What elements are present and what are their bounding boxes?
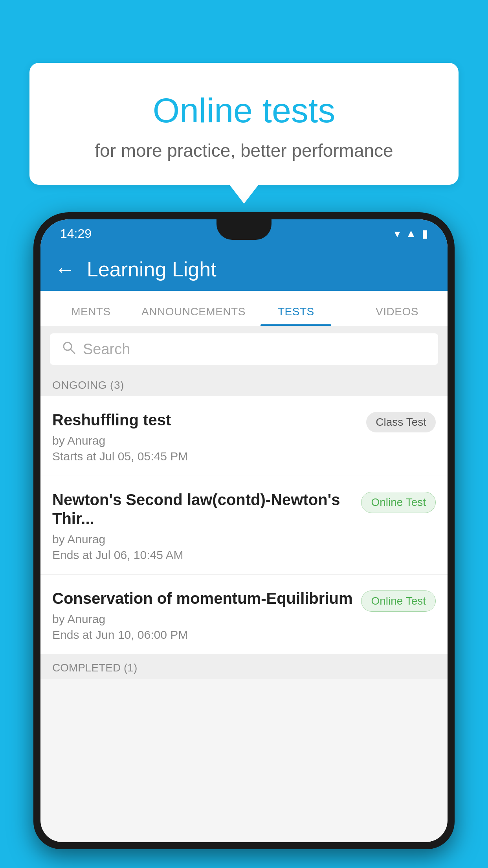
- test-name-3: Conservation of momentum-Equilibrium: [52, 589, 353, 608]
- test-info-3: Conservation of momentum-Equilibrium by …: [52, 589, 353, 642]
- battery-icon: ▮: [422, 227, 428, 240]
- test-badge-1: Class Test: [366, 412, 436, 432]
- bubble-subtitle: for more practice, better performance: [61, 140, 427, 161]
- test-date-1: Starts at Jul 05, 05:45 PM: [52, 450, 358, 463]
- test-name-2: Newton's Second law(contd)-Newton's Thir…: [52, 490, 353, 528]
- test-badge-3: Online Test: [361, 590, 436, 612]
- status-time: 14:29: [60, 226, 92, 241]
- section-header-completed: COMPLETED (1): [40, 655, 448, 679]
- test-info-1: Reshuffling test by Anurag Starts at Jul…: [52, 410, 358, 463]
- tab-announcements[interactable]: ANNOUNCEMENTS: [141, 305, 246, 326]
- speech-bubble-container: Online tests for more practice, better p…: [29, 63, 459, 185]
- back-button[interactable]: ←: [55, 257, 75, 281]
- test-by-3: by Anurag: [52, 612, 353, 626]
- search-container: Search: [40, 326, 448, 372]
- search-input-placeholder: Search: [83, 341, 130, 358]
- test-name-1: Reshuffling test: [52, 410, 358, 429]
- test-date-3: Ends at Jun 10, 06:00 PM: [52, 628, 353, 642]
- test-item-2[interactable]: Newton's Second law(contd)-Newton's Thir…: [40, 476, 448, 575]
- svg-line-1: [71, 349, 75, 353]
- test-item-1[interactable]: Reshuffling test by Anurag Starts at Jul…: [40, 396, 448, 476]
- phone-outer: 14:29 ▾ ▲ ▮ ← Learning Light MENTS A: [33, 212, 455, 849]
- phone-wrapper: 14:29 ▾ ▲ ▮ ← Learning Light MENTS A: [33, 212, 455, 868]
- test-badge-2: Online Test: [361, 492, 436, 513]
- section-header-ongoing: ONGOING (3): [40, 372, 448, 396]
- signal-icon: ▲: [405, 227, 416, 240]
- search-bar[interactable]: Search: [50, 333, 438, 365]
- test-info-2: Newton's Second law(contd)-Newton's Thir…: [52, 490, 353, 562]
- test-item-3[interactable]: Conservation of momentum-Equilibrium by …: [40, 575, 448, 655]
- tab-tests[interactable]: TESTS: [246, 305, 347, 326]
- test-by-1: by Anurag: [52, 434, 358, 447]
- app-title: Learning Light: [87, 257, 216, 281]
- notch: [216, 219, 272, 240]
- status-bar: 14:29 ▾ ▲ ▮: [40, 219, 448, 248]
- speech-bubble: Online tests for more practice, better p…: [29, 63, 459, 185]
- wifi-icon: ▾: [394, 227, 400, 240]
- app-header: ← Learning Light: [40, 248, 448, 291]
- test-date-2: Ends at Jul 06, 10:45 AM: [52, 548, 353, 562]
- status-icons: ▾ ▲ ▮: [394, 227, 428, 240]
- tab-videos[interactable]: VIDEOS: [347, 305, 448, 326]
- phone-screen: 14:29 ▾ ▲ ▮ ← Learning Light MENTS A: [40, 219, 448, 842]
- search-icon: [62, 340, 76, 358]
- tab-ments[interactable]: MENTS: [40, 305, 141, 326]
- test-by-2: by Anurag: [52, 533, 353, 546]
- bubble-title: Online tests: [61, 90, 427, 131]
- tabs-bar: MENTS ANNOUNCEMENTS TESTS VIDEOS: [40, 291, 448, 326]
- test-list: Reshuffling test by Anurag Starts at Jul…: [40, 396, 448, 655]
